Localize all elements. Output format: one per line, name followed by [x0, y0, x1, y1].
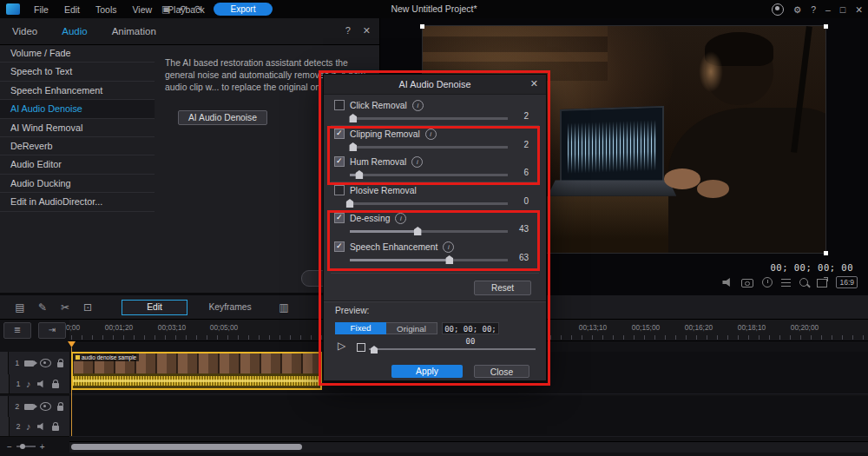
help-icon[interactable]: ?: [811, 4, 816, 15]
lock-toggle-icon[interactable]: [57, 406, 63, 411]
tab-audio[interactable]: Audio: [49, 26, 99, 36]
info-icon[interactable]: i: [412, 100, 424, 111]
tab-video[interactable]: Video: [0, 26, 49, 36]
sidebar-item-ai-audio-denoise[interactable]: AI Audio Denoise: [0, 100, 155, 118]
slider-handle[interactable]: [355, 170, 363, 179]
mute-toggle-icon[interactable]: [37, 380, 46, 388]
mute-icon[interactable]: [722, 277, 733, 287]
sidebar-item-speech-to-text[interactable]: Speech to Text: [0, 63, 155, 81]
info-icon[interactable]: i: [443, 241, 454, 253]
dialog-close-icon[interactable]: ✕: [530, 78, 538, 89]
undock-preview-icon[interactable]: [817, 279, 827, 287]
selection-handle[interactable]: [824, 24, 828, 29]
slider[interactable]: [350, 255, 508, 265]
slider[interactable]: [350, 227, 508, 236]
zoom-out-icon[interactable]: −: [7, 442, 12, 452]
quality-list-icon[interactable]: [781, 279, 791, 287]
checkbox[interactable]: [334, 241, 345, 252]
info-icon[interactable]: i: [411, 156, 423, 168]
reset-button[interactable]: Reset: [474, 281, 531, 295]
zoom-in-icon[interactable]: +: [40, 442, 45, 452]
slider[interactable]: [350, 142, 508, 152]
zoom-slider[interactable]: [16, 446, 36, 447]
snapshot-icon[interactable]: [741, 279, 753, 287]
minimize-icon[interactable]: –: [825, 4, 831, 15]
timeline-scrollbar[interactable]: [69, 441, 868, 453]
sidebar-item-volume-fade[interactable]: Volume / Fade: [0, 44, 155, 63]
checkbox[interactable]: [334, 129, 345, 139]
control-plosive-removal: Plosive Removal i 0: [324, 184, 546, 210]
aspect-ratio-badge[interactable]: 16:9: [836, 276, 858, 288]
close-window-icon[interactable]: ✕: [855, 4, 863, 15]
zoom-preview-icon[interactable]: [799, 278, 808, 287]
selection-handle[interactable]: [824, 251, 828, 255]
slider[interactable]: [350, 170, 508, 180]
pen-tool-icon[interactable]: ✎: [31, 301, 54, 314]
apply-button[interactable]: Apply: [391, 365, 463, 378]
stop-icon[interactable]: [357, 343, 365, 352]
slider-handle[interactable]: [346, 199, 354, 208]
panel-help-icon[interactable]: ?: [345, 25, 351, 36]
play-icon[interactable]: ▷: [338, 340, 345, 352]
timeline-tab-keyframes[interactable]: Keyframes: [187, 302, 273, 312]
sidebar-item-dereverb[interactable]: DeReverb: [0, 137, 155, 155]
zoom-slider-handle[interactable]: [20, 444, 25, 449]
ruler-tick: 00;01;20: [105, 323, 133, 332]
settings-gear-icon[interactable]: ⚙: [793, 4, 801, 15]
slider[interactable]: [350, 199, 508, 208]
mute-toggle-icon[interactable]: [37, 422, 46, 431]
playhead-marker[interactable]: [68, 341, 76, 347]
track-number: 1: [14, 380, 23, 388]
video-track-icon: [24, 360, 33, 367]
timeline-tab-edit[interactable]: Edit: [122, 300, 187, 315]
slider-handle[interactable]: [349, 114, 357, 122]
checkbox[interactable]: [334, 185, 345, 195]
tab-animation[interactable]: Animation: [100, 26, 168, 36]
sidebar-item-edit-in-audiodirector[interactable]: Edit in AudioDirector...: [0, 193, 155, 211]
info-icon[interactable]: i: [395, 213, 406, 224]
account-icon[interactable]: [772, 3, 784, 16]
slider-handle[interactable]: [349, 142, 357, 151]
ai-audio-denoise-button[interactable]: AI Audio Denoise: [178, 110, 267, 125]
timeline-clip-audio-denoise-sample[interactable]: audio denoise sample: [71, 352, 322, 390]
slider[interactable]: [350, 114, 508, 123]
selection-handle[interactable]: [420, 24, 424, 29]
preview-mode-fixed[interactable]: Fixed: [335, 322, 386, 334]
visibility-toggle-icon[interactable]: [40, 359, 51, 367]
slider-handle[interactable]: [414, 227, 422, 235]
preview-mode-original[interactable]: Original: [386, 322, 437, 334]
dialog-titlebar[interactable]: AI Audio Denoise ✕: [324, 75, 546, 95]
track-number: 1: [13, 359, 21, 367]
track-manager-icon[interactable]: ≣: [3, 322, 31, 339]
visibility-toggle-icon[interactable]: [40, 402, 51, 411]
close-button[interactable]: Close: [474, 365, 529, 378]
split-tool-icon[interactable]: ✂: [54, 301, 76, 314]
checkbox[interactable]: [334, 156, 345, 167]
preview-section-label: Preview:: [335, 306, 369, 315]
panel-toggle-icon[interactable]: ▥: [273, 301, 295, 314]
info-icon[interactable]: i: [425, 129, 437, 140]
panel-close-icon[interactable]: ✕: [363, 25, 371, 36]
seek-handle[interactable]: [371, 346, 378, 354]
sidebar-item-audio-editor[interactable]: Audio Editor: [0, 155, 155, 174]
checkbox[interactable]: [334, 213, 345, 223]
sidebar-item-audio-ducking[interactable]: Audio Ducking: [0, 175, 155, 193]
scrollbar-thumb[interactable]: [71, 444, 302, 450]
select-tool-icon[interactable]: ▤: [9, 301, 31, 314]
divider: [331, 125, 539, 126]
sidebar-item-speech-enhancement[interactable]: Speech Enhancement: [0, 82, 155, 100]
snap-marker-icon[interactable]: ⇥: [38, 322, 66, 339]
lock-toggle-icon[interactable]: [57, 362, 63, 367]
lock-toggle-icon[interactable]: [52, 383, 59, 388]
preview-seek-slider[interactable]: [369, 346, 536, 354]
slider-handle[interactable]: [445, 255, 453, 264]
control-label: Clipping Removal: [350, 129, 420, 139]
maximize-icon[interactable]: □: [840, 4, 845, 15]
crop-tool-icon[interactable]: ⊡: [76, 301, 99, 314]
duration-icon[interactable]: [762, 277, 773, 287]
lock-toggle-icon[interactable]: [52, 426, 59, 431]
person-hand: [664, 169, 700, 188]
sidebar-item-ai-wind-removal[interactable]: AI Wind Removal: [0, 119, 155, 137]
checkbox[interactable]: [334, 100, 345, 110]
track-color-strip: [0, 374, 10, 393]
